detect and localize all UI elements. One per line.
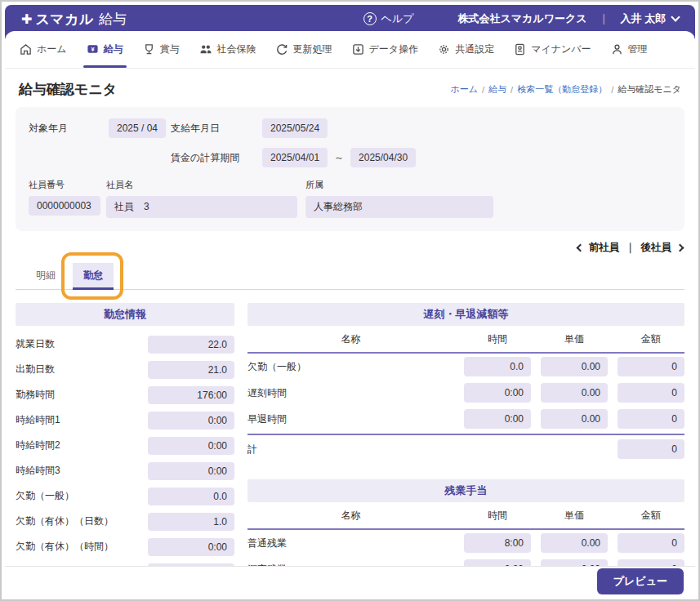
calc-period-label: 賃金の計算期間 <box>171 151 262 165</box>
chevron-left-icon <box>576 244 584 252</box>
nav-item-bonus[interactable]: 賞与 <box>143 31 180 68</box>
nav-label: 共通設定 <box>455 42 494 56</box>
help-button[interactable]: ? ヘルプ <box>363 11 414 26</box>
breadcrumb-separator: / <box>482 85 484 95</box>
total-amount-value: 0 <box>618 439 684 459</box>
rate-value: 0.00 <box>541 357 608 376</box>
attendance-row: 時給時間1 0:00 <box>16 407 234 433</box>
attendance-row: 欠勤（有休）（時間） 0:00 <box>16 534 234 559</box>
calc-period-to: 2025/04/30 <box>350 148 416 167</box>
company-name: 株式会社スマカルワークス <box>458 11 587 26</box>
table-row: 早退時間 0:00 0.00 0 <box>247 406 684 432</box>
attendance-row: 勤務時間 176:00 <box>16 382 234 407</box>
amount-value: 0 <box>618 383 684 403</box>
rate-value: 0.00 <box>541 533 608 553</box>
mynumber-icon <box>514 43 526 56</box>
attendance-info-section: 勤怠情報 就業日数 22.0 出勤日数 21.0 勤務時間 176:00 <box>16 303 234 596</box>
breadcrumb-separator: / <box>511 85 513 95</box>
table-row: 普通残業 8:00 0.00 0 <box>247 530 684 556</box>
app-container: ✚スマカル給与 ? ヘルプ 株式会社スマカルワークス ｜ 入井 太郎 ホーム ¥ <box>5 5 695 596</box>
nav-label: データ操作 <box>369 42 419 56</box>
time-value: 0.0 <box>464 357 531 376</box>
rate-value: 0.00 <box>541 409 608 429</box>
nav-label: 賞与 <box>160 42 180 56</box>
prev-employee-button[interactable]: 前社員 <box>589 241 620 255</box>
department-value: 人事総務部 <box>305 196 493 218</box>
nav-label: 管理 <box>628 42 648 56</box>
help-icon: ? <box>363 12 377 25</box>
overtime-table-header: 名称 時間 単価 金額 <box>247 502 684 530</box>
attendance-row: 欠勤（一般） 0.0 <box>16 483 234 509</box>
nav-item-mynumber[interactable]: マイナンバー <box>514 31 591 68</box>
breadcrumb: ホーム / 給与 / 検索一覧（勤怠登録） / 給与確認モニタ <box>451 83 681 96</box>
employee-no-label: 社員番号 <box>29 179 100 191</box>
preview-button[interactable]: プレビュー <box>597 568 684 594</box>
nav-item-data-operation[interactable]: データ操作 <box>352 31 419 68</box>
attendance-row: 時給時間3 0:00 <box>16 458 234 483</box>
employee-name-value: 社員 3 <box>106 196 297 218</box>
target-month-label: 対象年月 <box>29 122 109 136</box>
app-logo: ✚スマカル給与 <box>21 10 127 29</box>
target-month-value: 2025 / 04 <box>109 118 166 138</box>
breadcrumb-salary[interactable]: 給与 <box>488 83 506 96</box>
page-body: 給与確認モニタ ホーム / 給与 / 検索一覧（勤怠登録） / 給与確認モニタ … <box>5 69 695 596</box>
nav-label: マイナンバー <box>531 42 591 56</box>
deduction-table-title: 遅刻・早退減額等 <box>247 303 684 326</box>
attendance-row: 出勤日数 21.0 <box>16 357 234 382</box>
next-employee-button[interactable]: 後社員 <box>641 241 672 255</box>
nav-item-admin[interactable]: 管理 <box>611 31 648 68</box>
nav-item-update[interactable]: 更新処理 <box>276 31 332 68</box>
user-menu[interactable]: 入井 太郎 <box>620 11 679 26</box>
attendance-row: 欠勤（有休）（日数） 1.0 <box>16 509 234 534</box>
footer-action-bar: プレビュー <box>5 566 695 596</box>
window-frame: ✚スマカル給与 ? ヘルプ 株式会社スマカルワークス ｜ 入井 太郎 ホーム ¥ <box>0 0 700 601</box>
nav-label: ホーム <box>37 42 67 56</box>
top-bar-right: ? ヘルプ 株式会社スマカルワークス ｜ 入井 太郎 <box>363 11 679 26</box>
nav-item-salary[interactable]: ¥ 給与 <box>87 31 123 68</box>
attendance-value: 1.0 <box>148 513 234 531</box>
breadcrumb-current: 給与確認モニタ <box>618 83 681 96</box>
attendance-value: 176:00 <box>148 386 234 404</box>
breadcrumb-home[interactable]: ホーム <box>451 83 479 96</box>
nav-item-settings[interactable]: 共通設定 <box>438 31 494 68</box>
page-title: 給与確認モニタ <box>19 80 117 99</box>
main-nav: ホーム ¥ 給与 賞与 社会保険 更新処理 データ操作 <box>5 31 695 69</box>
pay-date-value: 2025/05/24 <box>262 118 328 138</box>
nav-item-home[interactable]: ホーム <box>20 31 67 68</box>
calc-period-tilde: ～ <box>334 151 344 165</box>
attendance-row: 時給時間2 0:00 <box>16 433 234 458</box>
nav-label: 社会保険 <box>217 42 256 56</box>
content-card: ホーム ¥ 給与 賞与 社会保険 更新処理 データ操作 <box>5 31 695 596</box>
pay-date-label: 支給年月日 <box>171 122 262 136</box>
user-name: 入井 太郎 <box>620 11 666 26</box>
tab-detail[interactable]: 明細 <box>25 263 66 289</box>
deduction-table: 遅刻・早退減額等 名称 時間 単価 金額 欠勤（一般） 0.0 0.00 0 <box>247 303 684 463</box>
deduction-table-header: 名称 時間 単価 金額 <box>247 326 684 354</box>
attendance-value: 0:00 <box>148 437 234 455</box>
filter-panel: 対象年月 2025 / 04 支給年月日 2025/05/24 賃金の計算期間 … <box>16 107 684 231</box>
tab-bar: 明細 勤怠 <box>16 263 684 290</box>
amount-value: 0 <box>618 533 684 553</box>
nav-item-social-insurance[interactable]: 社会保険 <box>199 31 256 68</box>
department-label: 所属 <box>305 179 493 191</box>
attendance-row: 就業日数 22.0 <box>16 332 234 357</box>
pager-separator: ｜ <box>625 241 635 255</box>
breadcrumb-search-list[interactable]: 検索一覧（勤怠登録） <box>517 83 607 96</box>
update-icon <box>276 43 288 56</box>
data-operation-icon <box>352 43 364 56</box>
tab-attendance[interactable]: 勤怠 <box>73 263 114 290</box>
attendance-value: 0:00 <box>148 538 234 556</box>
content-columns: 勤怠情報 就業日数 22.0 出勤日数 21.0 勤務時間 176:00 <box>16 303 684 596</box>
time-value: 0:00 <box>464 409 531 429</box>
home-icon <box>20 43 32 56</box>
rate-value: 0.00 <box>541 383 608 403</box>
chevron-right-icon <box>676 244 684 252</box>
right-tables-section: 遅刻・早退減額等 名称 時間 単価 金額 欠勤（一般） 0.0 0.00 0 <box>247 303 684 596</box>
attendance-value: 21.0 <box>148 361 234 379</box>
calc-period-from: 2025/04/01 <box>262 148 328 167</box>
employee-no-value: 0000000003 <box>29 196 100 216</box>
time-value: 8:00 <box>464 533 531 553</box>
amount-value: 0 <box>618 357 684 376</box>
social-insurance-icon <box>199 43 212 56</box>
nav-label: 給与 <box>104 42 123 56</box>
